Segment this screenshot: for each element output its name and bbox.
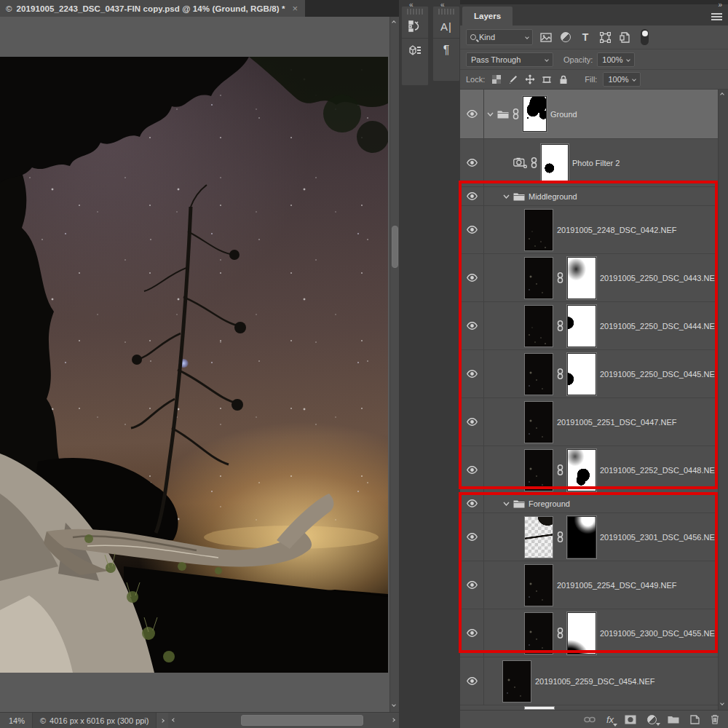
layer-thumbnail[interactable] [524,612,553,654]
layer-row-20191005-2301-dsc-0456-nef[interactable]: 20191005_2301_DSC_0456.NEF [460,513,718,561]
character-panel-icon[interactable]: A| [433,15,459,38]
layer-mask-thumbnail[interactable] [567,257,596,299]
delete-layer-button[interactable] [711,714,719,724]
visibility-toggle[interactable] [460,90,484,138]
canvas-vertical-scrollbar[interactable] [389,17,399,712]
new-layer-button[interactable] [690,715,700,724]
tab-layers[interactable]: Layers [462,7,513,25]
layer-thumbnail[interactable] [524,564,553,606]
scroll-right-icon[interactable] [391,718,395,722]
lock-position-icon[interactable] [524,74,535,85]
layer-row-ground[interactable]: Ground [460,90,718,139]
photo-filter-adjustment-icon[interactable] [513,157,527,168]
layer-mask-thumbnail[interactable] [567,449,596,491]
layer-row-20191005-2259-dsc-0454-nef[interactable]: 20191005_2259_DSC_0454.NEF [460,657,718,705]
layer-mask-thumbnail[interactable] [567,305,596,347]
filter-pixel-layers-icon[interactable] [539,31,553,44]
lock-artboard-icon[interactable] [541,74,552,85]
layer-mask-thumbnail[interactable] [523,96,547,132]
horizontal-scroll-thumb[interactable] [241,715,363,726]
visibility-toggle[interactable] [460,494,484,513]
visibility-toggle[interactable] [460,609,484,657]
layer-mask-thumbnail[interactable] [567,516,596,558]
layer-thumbnail[interactable] [524,401,553,443]
tab-close-icon[interactable]: × [293,3,298,14]
blend-mode-dropdown[interactable]: Pass Through [466,52,553,67]
canvas-image[interactable] [0,57,388,673]
filter-toggle-switch[interactable] [641,29,649,45]
layer-row-20191005-2300-dsc-0455-nef[interactable]: 20191005_2300_DSC_0455.NEF [460,609,718,657]
scroll-down-icon[interactable] [720,701,724,705]
history-panel-icon[interactable] [402,15,428,38]
layer-thumbnail[interactable] [524,516,553,558]
expand-panels-icon[interactable]: « [409,1,412,9]
collapse-panels-icon[interactable]: » [718,1,721,9]
visibility-toggle[interactable] [460,139,484,186]
visibility-toggle[interactable] [460,302,484,349]
scroll-up-icon[interactable] [392,20,396,25]
vertical-scroll-thumb[interactable] [392,226,398,268]
filter-kind-dropdown[interactable]: Kind [466,29,533,45]
layer-thumbnail[interactable] [502,660,531,703]
visibility-toggle[interactable] [460,513,484,561]
status-flyout-icon[interactable] [161,719,165,723]
layer-row-20191005-2250-dsc-0444-nef[interactable]: 20191005_2250_DSC_0444.NEF [460,302,718,350]
layer-mask-thumbnail[interactable] [567,612,596,654]
filter-adjustment-layers-icon[interactable] [559,31,572,44]
expand-panels-icon[interactable]: « [440,1,443,9]
add-layer-mask-button[interactable] [625,715,636,724]
filter-shape-layers-icon[interactable] [598,31,612,44]
chevron-down-icon[interactable] [503,502,510,506]
lock-transparency-icon[interactable] [491,74,502,85]
visibility-toggle[interactable] [460,350,484,397]
visibility-toggle[interactable] [460,187,484,205]
paragraph-panel-icon[interactable]: ¶ [433,38,459,61]
chevron-down-icon[interactable] [503,194,510,199]
layer-row-20191005-2251-dsc-0447-nef[interactable]: 20191005_2251_DSC_0447.NEF [460,398,718,446]
layer-thumbnail[interactable] [524,257,553,299]
chevron-down-icon[interactable] [487,112,494,116]
layer-mask-thumbnail[interactable] [541,144,569,182]
layer-row-20191005-2248-dsc-0442-nef[interactable]: 20191005_2248_DSC_0442.NEF [460,206,718,254]
link-mask-icon [557,464,563,475]
document-tab[interactable]: © 20191005_2243_DSC_0437-FIN copy.psd @ … [0,0,305,17]
filter-smart-objects-icon[interactable] [618,31,631,44]
layer-row-20191005-2250-dsc-0443-nef[interactable]: 20191005_2250_DSC_0443.NEF [460,254,718,302]
lock-paint-icon[interactable] [507,74,518,85]
layer-styles-button[interactable]: fx [606,714,614,725]
visibility-toggle[interactable] [460,561,484,609]
scroll-up-icon[interactable] [720,92,724,97]
new-group-button[interactable] [668,715,679,724]
scroll-down-icon[interactable] [392,703,396,707]
panel-grip[interactable] [407,9,423,15]
3d-panel-icon[interactable] [402,38,428,61]
link-layers-button[interactable] [584,716,596,723]
layer-row-middleground[interactable]: Middleground [460,187,718,206]
opacity-field[interactable]: 100% [597,52,635,67]
layer-thumbnail[interactable] [524,449,553,491]
new-adjustment-layer-button[interactable] [647,715,657,724]
layer-thumbnail[interactable] [524,305,553,347]
visibility-toggle[interactable] [460,657,484,705]
filter-type-layers-icon[interactable]: T [579,31,592,44]
layer-thumbnail[interactable] [524,353,553,395]
layer-row-20191005-2254-dsc-0449-nef[interactable]: 20191005_2254_DSC_0449.NEF [460,561,718,609]
visibility-toggle[interactable] [460,446,484,494]
layers-scrollbar[interactable] [718,90,728,710]
visibility-toggle[interactable] [460,206,484,253]
layer-row-20191005-2252-dsc-0448-nef[interactable]: 20191005_2252_DSC_0448.NEF [460,446,718,494]
scroll-left-icon[interactable] [173,718,177,722]
lock-all-icon[interactable] [558,74,569,85]
visibility-toggle[interactable] [460,254,484,301]
layer-row-photo-filter-2[interactable]: Photo Filter 2 [460,139,718,187]
zoom-level-field[interactable]: 14% [0,716,32,725]
canvas-horizontal-scrollbar[interactable] [168,713,399,728]
panel-menu-icon[interactable] [711,13,722,21]
layer-row-foreground[interactable]: Foreground [460,494,718,513]
visibility-toggle[interactable] [460,398,484,446]
panel-grip[interactable] [438,9,454,15]
layer-mask-thumbnail[interactable] [567,353,596,395]
layer-row-20191005-2250-dsc-0445-nef[interactable]: 20191005_2250_DSC_0445.NEF [460,350,718,398]
fill-field[interactable]: 100% [603,72,641,87]
layer-thumbnail[interactable] [524,209,553,251]
